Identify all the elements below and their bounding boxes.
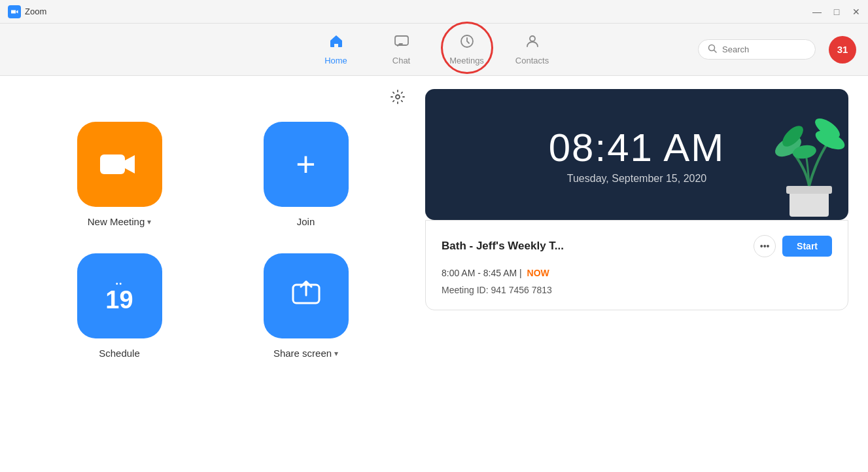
- home-label: Home: [324, 56, 347, 65]
- close-button[interactable]: ✕: [852, 8, 860, 16]
- minimize-button[interactable]: —: [813, 8, 821, 16]
- search-input[interactable]: [722, 45, 806, 54]
- chat-icon: [394, 33, 409, 53]
- app-title: Zoom: [25, 7, 46, 16]
- schedule-label: Schedule: [99, 348, 140, 359]
- search-icon: [708, 44, 717, 55]
- nav-item-meetings[interactable]: Meetings: [447, 33, 487, 65]
- join-label: Join: [297, 216, 315, 227]
- svg-rect-8: [790, 191, 829, 217]
- nav-item-contacts[interactable]: Contacts: [513, 33, 552, 65]
- plant-decoration: [770, 89, 848, 220]
- calendar-badge[interactable]: 31: [829, 36, 856, 64]
- join-action[interactable]: + Join: [226, 122, 386, 227]
- search-bar[interactable]: [698, 39, 816, 60]
- nav-item-home[interactable]: Home: [317, 33, 356, 65]
- new-meeting-chevron: ▾: [147, 217, 151, 227]
- main-content: New Meeting ▾ + Join •• 19 Sc: [0, 76, 868, 472]
- nav-item-meetings-wrapper: Meetings: [447, 33, 487, 65]
- title-bar: Zoom — □ ✕: [0, 0, 868, 24]
- now-badge: NOW: [527, 268, 549, 278]
- svg-point-3: [530, 36, 535, 41]
- right-panel: 08:41 AM Tuesday, September 15, 2020: [425, 76, 868, 472]
- meeting-title: Bath - Jeff's Weekly T...: [442, 240, 564, 253]
- clock-card: 08:41 AM Tuesday, September 15, 2020: [425, 89, 848, 220]
- svg-point-5: [396, 95, 400, 99]
- meeting-more-button[interactable]: •••: [754, 235, 776, 257]
- svg-rect-6: [100, 154, 125, 174]
- app-logo: Zoom: [8, 5, 46, 18]
- nav-item-chat[interactable]: Chat: [382, 33, 421, 65]
- schedule-action[interactable]: •• 19 Schedule: [39, 253, 200, 359]
- meeting-start-button[interactable]: Start: [782, 236, 832, 257]
- window-controls: — □ ✕: [813, 8, 860, 16]
- schedule-button[interactable]: •• 19: [77, 253, 162, 338]
- new-meeting-label: New Meeting ▾: [88, 216, 152, 227]
- maximize-button[interactable]: □: [833, 8, 841, 16]
- meeting-actions: ••• Start: [754, 235, 832, 257]
- schedule-calendar-icon: •• 19: [105, 280, 133, 312]
- share-screen-icon: [290, 277, 322, 316]
- meeting-card: Bath - Jeff's Weekly T... ••• Start 8:00…: [425, 220, 848, 310]
- clock-time: 08:41 AM: [549, 125, 725, 170]
- home-icon: [328, 33, 344, 53]
- join-plus-icon: +: [296, 147, 315, 181]
- meetings-icon: [459, 33, 475, 53]
- share-screen-chevron: ▾: [334, 349, 338, 358]
- contacts-label: Contacts: [515, 56, 549, 65]
- left-panel: New Meeting ▾ + Join •• 19 Sc: [0, 76, 425, 472]
- action-grid: New Meeting ▾ + Join •• 19 Sc: [39, 122, 386, 359]
- chat-label: Chat: [392, 56, 410, 65]
- svg-rect-9: [786, 186, 832, 194]
- settings-icon[interactable]: [390, 89, 406, 109]
- join-button[interactable]: +: [264, 122, 349, 207]
- nav-items: Home Chat Meetings: [317, 33, 552, 65]
- meeting-id: Meeting ID: 941 7456 7813: [442, 285, 832, 295]
- new-meeting-button[interactable]: [77, 122, 162, 207]
- clock-date: Tuesday, September 15, 2020: [567, 173, 706, 185]
- contacts-icon: [525, 33, 540, 53]
- nav-bar: Home Chat Meetings: [0, 24, 868, 76]
- share-screen-button[interactable]: [264, 253, 349, 338]
- share-screen-label: Share screen ▾: [273, 348, 338, 359]
- meeting-header: Bath - Jeff's Weekly T... ••• Start: [442, 235, 832, 257]
- meetings-label: Meetings: [449, 56, 484, 65]
- new-meeting-action[interactable]: New Meeting ▾: [39, 122, 200, 227]
- meeting-time: 8:00 AM - 8:45 AM | NOW: [442, 268, 832, 278]
- zoom-logo-icon: [8, 5, 21, 18]
- share-screen-action[interactable]: Share screen ▾: [226, 253, 386, 359]
